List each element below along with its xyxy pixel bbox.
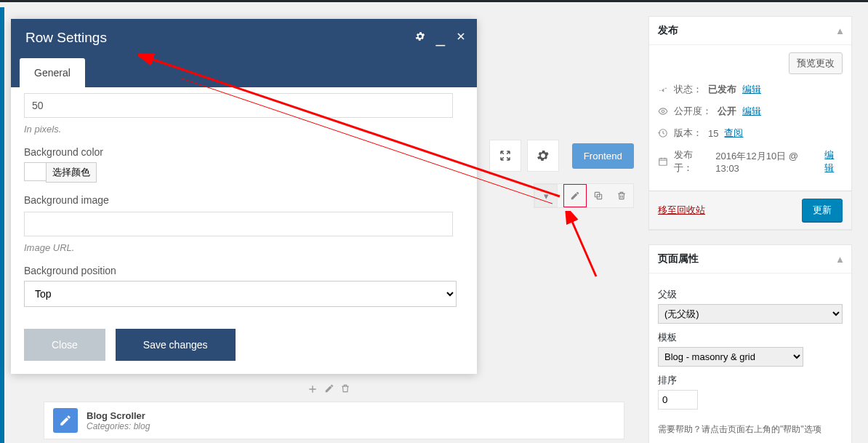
published-label: 发布于： [674, 148, 710, 175]
color-swatch[interactable] [24, 162, 46, 181]
help-text: 需要帮助？请点击页面右上角的"帮助"选项 [658, 423, 843, 436]
card-title: Blog Scroller [87, 410, 150, 421]
collapse-icon[interactable]: ▴ [837, 25, 843, 36]
revisions-value: 15 [708, 128, 718, 139]
delete-trash-icon[interactable] [339, 382, 352, 399]
visibility-value: 公开 [718, 105, 736, 118]
row-settings-modal: Row Settings _ General In pixels. Backgr… [11, 19, 477, 374]
fullscreen-icon[interactable] [489, 140, 521, 172]
browse-revisions-link[interactable]: 查阅 [724, 127, 743, 140]
page-attributes-panel: 页面属性 ▴ 父级 (无父级) 模板 Blog - masonry & grid… [648, 244, 852, 443]
publish-title: 发布 [658, 24, 678, 37]
minimize-icon[interactable]: _ [436, 34, 445, 41]
bgimage-label: Background image [24, 194, 464, 206]
publish-panel: 发布 ▴ 预览更改 状态： 已发布 编辑 公开度： 公开 编辑 版本： 15 查… [648, 16, 852, 230]
svg-rect-3 [659, 159, 667, 165]
edit-visibility-link[interactable]: 编辑 [742, 105, 761, 118]
svg-line-6 [571, 218, 596, 276]
frontend-button[interactable]: Frontend [572, 143, 634, 169]
modal-scroll[interactable]: In pixels. Background color 选择颜色 Backgro… [24, 87, 464, 316]
svg-point-2 [662, 110, 664, 113]
bgposition-select[interactable]: Top [24, 281, 457, 307]
parent-select[interactable]: (无父级) [658, 304, 843, 324]
gear-icon[interactable] [414, 31, 426, 44]
bgcolor-label: Background color [24, 146, 464, 158]
template-select[interactable]: Blog - masonry & grid [658, 347, 803, 367]
revisions-label: 版本： [674, 127, 702, 140]
save-changes-button[interactable]: Save changes [116, 329, 236, 361]
bgimage-input[interactable] [24, 212, 453, 236]
trash-icon[interactable] [610, 184, 633, 207]
close-button[interactable]: Close [24, 329, 105, 361]
edit-date-link[interactable]: 编辑 [824, 148, 843, 175]
choose-color-button[interactable]: 选择颜色 [46, 162, 97, 183]
close-icon[interactable] [455, 31, 467, 44]
blog-scroller-card[interactable]: Blog Scroller Categories: blog [44, 402, 624, 439]
add-icon[interactable] [305, 382, 320, 399]
order-label: 排序 [658, 374, 843, 387]
modal-title: Row Settings [11, 19, 477, 57]
page-attr-title: 页面属性 [658, 252, 699, 266]
visibility-label: 公开度： [674, 105, 712, 118]
status-value: 已发布 [708, 83, 736, 96]
modal-header: Row Settings _ General [11, 19, 477, 87]
settings-gear-icon[interactable] [527, 140, 559, 172]
published-value: 2016年12月10日 @ 13:03 [715, 150, 819, 174]
pencil-icon[interactable] [563, 184, 587, 207]
pin-icon [658, 84, 668, 95]
preview-button[interactable]: 预览更改 [789, 52, 843, 74]
copy-icon[interactable] [587, 184, 610, 207]
card-subtitle: Categories: blog [87, 421, 150, 431]
pixels-hint: In pixels. [24, 124, 464, 135]
pixels-input[interactable] [24, 93, 453, 118]
order-input[interactable] [658, 390, 698, 410]
eye-icon [658, 106, 668, 116]
tab-general[interactable]: General [20, 58, 85, 87]
history-icon [658, 128, 668, 138]
trash-link[interactable]: 移至回收站 [658, 204, 705, 217]
update-button[interactable]: 更新 [802, 199, 843, 222]
template-label: 模板 [658, 331, 843, 344]
parent-label: 父级 [658, 288, 843, 301]
edit-pencil-icon[interactable] [323, 382, 336, 399]
chevron-down-icon[interactable]: ▾ [534, 184, 558, 207]
status-label: 状态： [674, 83, 702, 96]
imageurl-hint: Image URL. [24, 242, 464, 253]
edit-status-link[interactable]: 编辑 [742, 83, 761, 96]
bgposition-label: Background position [24, 265, 464, 276]
collapse-icon[interactable]: ▴ [837, 253, 843, 265]
calendar-icon [658, 156, 668, 167]
pencil-card-icon [53, 408, 78, 433]
